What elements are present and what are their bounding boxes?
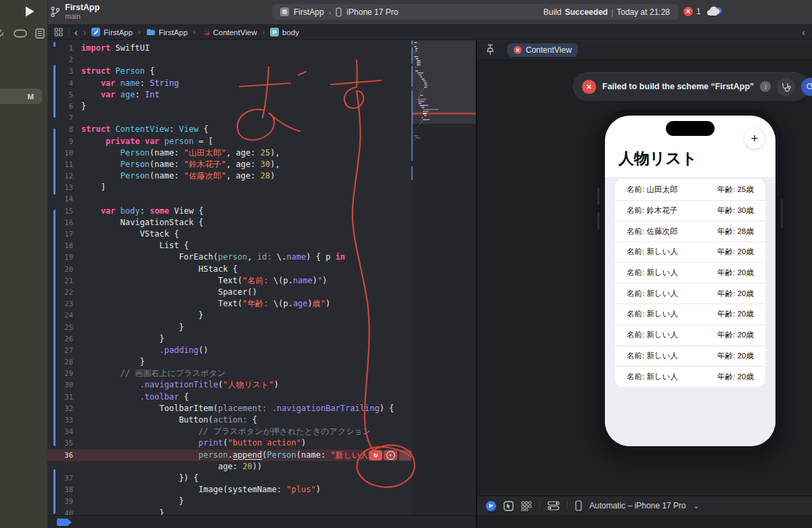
code-line[interactable]: 25} <box>47 322 411 333</box>
code-line[interactable]: 33Button(action: { <box>47 414 411 426</box>
person-row[interactable]: 名前: 鈴木花子年齢: 30歳 <box>615 200 765 221</box>
person-row[interactable]: 名前: 新しい人年齢: 20歳 <box>615 325 765 345</box>
breadcrumb-symbol[interactable]: P body <box>270 28 299 37</box>
code-line[interactable]: 12Person(name: "佐藤次郎", age: 28) <box>47 170 411 182</box>
appearance-variants-icon[interactable] <box>547 501 560 510</box>
forward-chevron-icon[interactable]: › <box>83 28 87 37</box>
back-chevron-icon[interactable]: ‹ <box>74 28 78 37</box>
minimap[interactable] <box>411 41 476 515</box>
person-row[interactable]: 名前: 新しい人年齢: 20歳 <box>615 241 765 262</box>
code-line[interactable]: 9private var person = [ <box>47 136 411 147</box>
person-row[interactable]: 名前: 新しい人年齢: 20歳 <box>615 283 765 304</box>
breadcrumb-file[interactable]: ContentView <box>201 28 257 37</box>
collapse-editor-chevron-icon[interactable]: ‹ <box>802 27 805 38</box>
document-icon[interactable] <box>35 28 45 39</box>
code-line[interactable]: 15var body: some View { <box>47 206 411 217</box>
code-line[interactable]: 21Text("名前: \(p.name)") <box>47 275 411 287</box>
line-number: 5 <box>47 89 73 101</box>
fixit-badge-icon[interactable]: ↻ <box>369 450 382 460</box>
tab-contentview[interactable]: ✕ ContentView <box>508 43 578 57</box>
person-name: 名前: 新しい人 <box>627 330 678 340</box>
code-line[interactable]: 26} <box>47 333 411 345</box>
code-line[interactable]: 23Text("年齢: \(p.age)歳") <box>47 298 411 310</box>
selectable-mode-icon[interactable] <box>503 501 514 511</box>
clipped-icon[interactable] <box>0 28 5 38</box>
code-line[interactable]: 35print("button action") <box>47 437 411 449</box>
code-line[interactable]: age: 20)) <box>47 461 411 473</box>
issue-badge[interactable]: ✕ 1 <box>683 7 701 16</box>
code-line[interactable]: 17VStack { <box>47 229 411 240</box>
cloud-icon[interactable] <box>706 5 723 17</box>
minimap-viewport[interactable] <box>411 41 476 124</box>
code-line[interactable]: 39} <box>47 496 411 507</box>
code-line[interactable]: 29// 画面右上にプラスボタン <box>47 368 411 379</box>
breadcrumb-project[interactable]: FirstApp <box>91 28 133 37</box>
code-line[interactable]: 40} <box>47 508 411 516</box>
code-line[interactable]: 36person.append(Person(name: "新しい人",↻✕ <box>47 450 411 461</box>
scheme-branch[interactable]: FirstApp main <box>50 3 99 20</box>
preview-device-selector[interactable]: Automatic – iPhone 17 Pro <box>589 501 686 510</box>
code-line[interactable]: 22Spacer() <box>47 287 411 298</box>
build-status[interactable]: Build Succeeded | Today at 21:28 <box>543 7 670 17</box>
code-line[interactable]: 18List { <box>47 240 411 251</box>
person-row[interactable]: 名前: 佐藤次郎年齢: 28歳 <box>615 220 765 241</box>
destination-device[interactable]: iPhone 17 Pro <box>346 7 398 17</box>
code-line[interactable]: 24} <box>47 310 411 321</box>
code-line[interactable]: 19ForEach(person, id: \.name) { p in <box>47 251 411 263</box>
code-line[interactable]: 14 <box>47 193 411 205</box>
code-line[interactable]: 20HStack { <box>47 264 411 275</box>
code-line[interactable]: 11Person(name: "鈴木花子", age: 30), <box>47 159 411 170</box>
destination-scheme[interactable]: FirstApp <box>294 7 324 17</box>
code-line[interactable]: 7 <box>47 112 411 124</box>
code-line[interactable]: 38Image(systemName: "plus") <box>47 484 411 496</box>
code-line[interactable]: 1import SwiftUI <box>47 43 411 54</box>
person-row[interactable]: 名前: 山田太郎年齢: 25歳 <box>615 179 765 200</box>
code-line[interactable]: 6} <box>47 101 411 112</box>
variants-grid-icon[interactable] <box>521 501 532 511</box>
property-icon: P <box>270 28 279 37</box>
selected-file-row[interactable]: M <box>0 89 42 104</box>
code-line[interactable]: 13] <box>47 182 411 193</box>
code-line[interactable]: 5var age: Int <box>47 89 411 101</box>
breadcrumb-group[interactable]: FirstApp <box>146 28 188 37</box>
live-preview-play-icon[interactable] <box>486 501 496 511</box>
code-line[interactable]: 32ToolbarItem(placement: .navigationBarT… <box>47 403 411 414</box>
error-x-badge-icon[interactable]: ✕ <box>384 450 397 460</box>
code-line[interactable]: 34// プラスボタンが押されたときのアクション <box>47 426 411 437</box>
code-line[interactable]: 28} <box>47 356 411 368</box>
code-line[interactable]: 4var name: String <box>47 78 411 89</box>
code-line[interactable]: 2 <box>47 54 411 66</box>
destination-pill[interactable]: FirstApp › iPhone 17 Pro Build Succeeded… <box>272 4 678 20</box>
code-line[interactable]: 31.toolbar { <box>47 391 411 403</box>
run-play-button[interactable] <box>24 5 35 18</box>
code-line[interactable]: 10Person(name: "山田太郎", age: 25), <box>47 147 411 159</box>
code-line[interactable]: 27.padding() <box>47 345 411 356</box>
breakpoint-tag-icon[interactable] <box>57 519 72 526</box>
person-row[interactable]: 名前: 新しい人年齢: 20歳 <box>615 262 765 283</box>
code-line[interactable]: 3struct Person { <box>47 66 411 77</box>
pin-icon[interactable] <box>485 44 495 56</box>
code-line[interactable]: 37}) { <box>47 473 411 484</box>
capsule-icon[interactable] <box>14 29 27 38</box>
info-icon[interactable]: i <box>760 81 771 92</box>
editor-bottom-bar <box>47 515 476 528</box>
related-items-grid-icon[interactable] <box>54 28 63 37</box>
code-line[interactable]: 8struct ContentView: View { <box>47 124 411 135</box>
refresh-preview-button[interactable]: ⟳ <box>801 78 812 96</box>
scheme-title: FirstApp <box>65 3 99 12</box>
code-line[interactable]: 30.navigationTitle("人物リスト") <box>47 379 411 391</box>
code-editor[interactable]: 1import SwiftUI23struct Person {4var nam… <box>47 41 411 515</box>
person-name: 名前: 鈴木花子 <box>627 206 677 216</box>
person-row[interactable]: 名前: 新しい人年齢: 20歳 <box>615 304 765 325</box>
xcode-window: FirstApp main FirstApp › iPhone 17 Pro B… <box>0 0 812 528</box>
line-number: 33 <box>47 414 73 426</box>
person-row[interactable]: 名前: 新しい人年齢: 20歳 <box>615 366 765 387</box>
person-row[interactable]: 名前: 新しい人年齢: 20歳 <box>615 345 765 366</box>
code-line[interactable]: 16NavigationStack { <box>47 217 411 229</box>
person-name: 名前: 新しい人 <box>627 309 678 319</box>
plus-button[interactable]: + <box>744 128 765 149</box>
diagnostics-button[interactable] <box>777 78 795 96</box>
line-number: 1 <box>47 43 73 54</box>
line-number: 22 <box>47 287 73 298</box>
phone-screen: + 人物リスト 名前: 山田太郎年齢: 25歳名前: 鈴木花子年齢: 30歳名前… <box>605 116 775 446</box>
